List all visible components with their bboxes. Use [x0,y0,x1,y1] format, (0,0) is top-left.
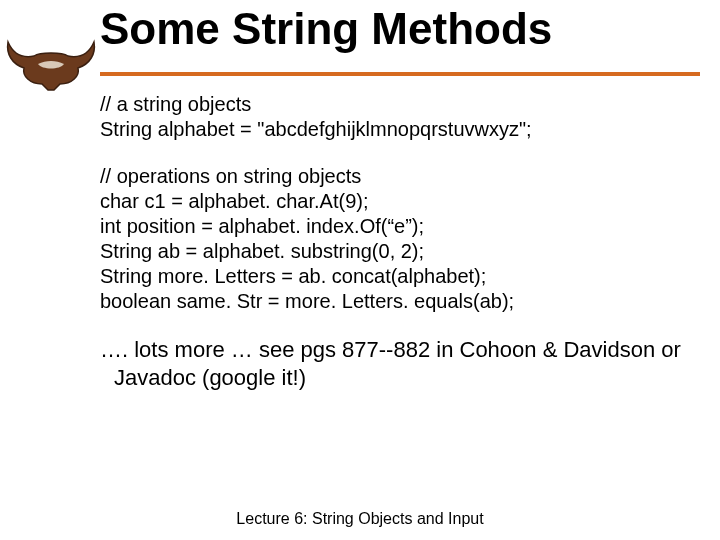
slide: Some String Methods // a string objects … [0,0,720,540]
code-line: // operations on string objects [100,164,690,189]
code-line: boolean same. Str = more. Letters. equal… [100,289,690,314]
code-line: String more. Letters = ab. concat(alphab… [100,264,690,289]
title-underline [100,72,700,76]
slide-footer: Lecture 6: String Objects and Input [0,510,720,528]
code-line: String alphabet = "abcdefghijklmnopqrstu… [100,117,690,142]
code-line: char c1 = alphabet. char.At(9); [100,189,690,214]
code-line: int position = alphabet. index.Of(“e”); [100,214,690,239]
longhorn-logo-icon [2,34,102,94]
slide-body: // a string objects String alphabet = "a… [100,92,690,391]
code-block-1: // a string objects String alphabet = "a… [100,92,690,142]
code-block-2: // operations on string objects char c1 … [100,164,690,314]
code-line: // a string objects [100,92,690,117]
note-text: …. lots more … see pgs 877--882 in Cohoo… [114,336,690,391]
slide-title: Some String Methods [100,4,700,54]
code-line: String ab = alphabet. substring(0, 2); [100,239,690,264]
